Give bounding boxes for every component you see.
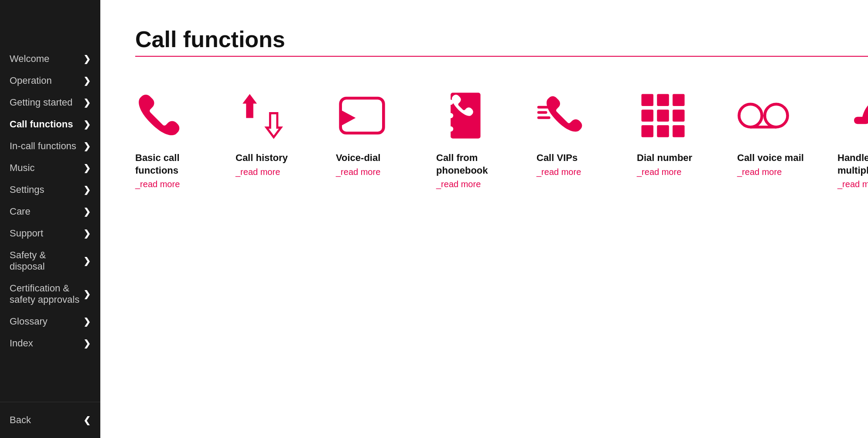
svg-rect-14 (642, 110, 654, 122)
sidebar-item-certification-safety[interactable]: Certification & safety approvals❯ (0, 277, 100, 311)
sidebar-item-care[interactable]: Care❯ (0, 201, 100, 222)
chevron-right-icon: ❯ (83, 97, 91, 108)
card-voice-dial[interactable]: Voice-dial_read more (336, 92, 427, 177)
sidebar-item-in-call-functions[interactable]: In-call functions❯ (0, 135, 100, 157)
main-content: Call functions Basic call functions_read… (100, 0, 868, 438)
card-voice-mail[interactable]: Call voice mail_read more (737, 92, 829, 177)
back-chevron-icon: ❮ (83, 415, 91, 425)
svg-rect-18 (657, 125, 669, 137)
chevron-right-icon: ❯ (83, 185, 91, 195)
svg-point-7 (448, 126, 453, 131)
card-multiple-calls[interactable]: Handle multiple calls_read more (837, 92, 868, 189)
card-readmore-multiple-calls[interactable]: _read more (837, 179, 868, 189)
card-label-voice-dial: Voice-dial (336, 152, 380, 164)
svg-marker-1 (267, 113, 281, 137)
sidebar-item-settings[interactable]: Settings❯ (0, 179, 100, 201)
svg-point-20 (739, 104, 762, 127)
card-call-vips[interactable]: Call VIPs_read more (537, 92, 628, 177)
sidebar-item-label: Music (10, 162, 34, 174)
sidebar-item-music[interactable]: Music❯ (0, 157, 100, 179)
chevron-right-icon: ❯ (83, 75, 91, 86)
card-readmore-voice-dial[interactable]: _read more (336, 167, 380, 177)
svg-rect-17 (642, 125, 654, 137)
chevron-right-icon: ❯ (83, 228, 91, 239)
chevron-right-icon: ❯ (83, 256, 91, 266)
phonebook-icon (436, 92, 489, 140)
chevron-right-icon: ❯ (83, 119, 91, 130)
phone-hang-icon (837, 92, 868, 140)
sidebar-item-getting-started[interactable]: Getting started❯ (0, 92, 100, 113)
sidebar-item-label: Safety & disposal (10, 250, 83, 272)
svg-rect-12 (657, 94, 669, 106)
card-label-multiple-calls: Handle multiple calls (837, 152, 868, 177)
svg-rect-11 (642, 94, 654, 106)
card-label-voice-mail: Call voice mail (737, 152, 804, 164)
sidebar-item-label: Welcome (10, 53, 49, 65)
sidebar-item-label: Call functions (10, 119, 73, 130)
card-label-dial-number: Dial number (637, 152, 692, 164)
sidebar-item-label: Support (10, 228, 43, 239)
card-dial-number[interactable]: Dial number_read more (637, 92, 728, 177)
sidebar-item-welcome[interactable]: Welcome❯ (0, 48, 100, 70)
chevron-right-icon: ❯ (83, 54, 91, 64)
chevron-right-icon: ❯ (83, 316, 91, 327)
sidebar-item-support[interactable]: Support❯ (0, 222, 100, 244)
sidebar: Welcome❯Operation❯Getting started❯Call f… (0, 0, 100, 438)
chevron-right-icon: ❯ (83, 289, 91, 299)
call-history-icon (236, 92, 288, 140)
card-readmore-call-phonebook[interactable]: _read more (436, 179, 481, 189)
vip-phone-icon (537, 92, 589, 140)
card-readmore-call-vips[interactable]: _read more (537, 167, 581, 177)
page-title: Call functions (135, 26, 868, 52)
svg-marker-0 (243, 94, 257, 118)
sidebar-item-operation[interactable]: Operation❯ (0, 70, 100, 92)
sidebar-item-label: Getting started (10, 97, 72, 108)
card-readmore-dial-number[interactable]: _read more (637, 167, 681, 177)
svg-rect-19 (673, 125, 685, 137)
chevron-right-icon: ❯ (83, 141, 91, 151)
sidebar-item-label: Certification & safety approvals (10, 283, 79, 305)
card-label-basic-call: Basic call functions (135, 152, 180, 177)
back-label: Back (10, 414, 31, 426)
sidebar-item-label: In-call functions (10, 140, 76, 152)
svg-rect-15 (657, 110, 669, 122)
sidebar-item-call-functions[interactable]: Call functions❯ (0, 113, 100, 135)
card-label-call-vips: Call VIPs (537, 152, 578, 164)
cards-grid: Basic call functions_read more Call hist… (135, 92, 868, 189)
phone-icon (135, 92, 188, 140)
svg-point-21 (765, 104, 787, 127)
svg-rect-13 (673, 94, 685, 106)
sidebar-item-label: Index (10, 338, 33, 349)
title-divider (135, 56, 868, 57)
sidebar-item-label: Settings (10, 184, 44, 195)
card-readmore-voice-mail[interactable]: _read more (737, 167, 782, 177)
card-call-phonebook[interactable]: Call from phonebook_read more (436, 92, 528, 189)
card-readmore-basic-call[interactable]: _read more (135, 179, 180, 189)
dial-pad-icon (637, 92, 689, 140)
card-call-history[interactable]: Call history_read more (236, 92, 327, 177)
sidebar-item-label: Operation (10, 75, 52, 86)
chevron-right-icon: ❯ (83, 206, 91, 217)
back-button[interactable]: Back ❮ (0, 402, 100, 438)
svg-point-6 (448, 113, 453, 118)
sidebar-item-safety-disposal[interactable]: Safety & disposal❯ (0, 244, 100, 277)
sidebar-item-index[interactable]: Index❯ (0, 332, 100, 354)
svg-marker-3 (341, 110, 356, 126)
chevron-right-icon: ❯ (83, 338, 91, 349)
card-label-call-history: Call history (236, 152, 288, 164)
chevron-right-icon: ❯ (83, 163, 91, 173)
card-readmore-call-history[interactable]: _read more (236, 167, 280, 177)
sidebar-item-glossary[interactable]: Glossary❯ (0, 311, 100, 332)
sidebar-item-label: Glossary (10, 316, 48, 327)
sidebar-item-label: Care (10, 206, 31, 217)
voice-dial-icon (336, 92, 388, 140)
sidebar-nav: Welcome❯Operation❯Getting started❯Call f… (0, 0, 100, 402)
card-basic-call[interactable]: Basic call functions_read more (135, 92, 227, 189)
svg-rect-16 (673, 110, 685, 122)
voicemail-icon (737, 92, 789, 140)
card-label-call-phonebook: Call from phonebook (436, 152, 488, 177)
